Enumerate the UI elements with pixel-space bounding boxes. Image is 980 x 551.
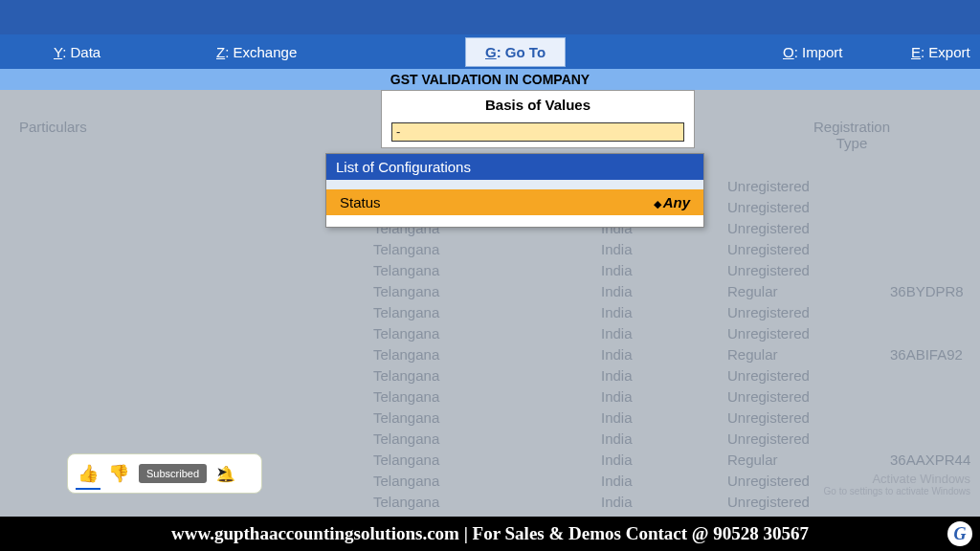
- table-row: TelanganaIndiaUnregistered: [0, 302, 980, 323]
- table-row: TelanganaIndiaUnregistered: [0, 386, 980, 408]
- config-value: ◆Any: [654, 194, 690, 210]
- menu-goto[interactable]: G: Go To: [465, 44, 566, 60]
- background-report: Particulars Registration Type TelanganaI…: [0, 90, 980, 496]
- activate-windows-watermark: Activate Windows Go to settings to activ…: [824, 472, 970, 496]
- config-row-status[interactable]: Status ◆Any: [326, 189, 703, 215]
- cursor-icon: ➤: [216, 464, 228, 479]
- menu-bar: Y: Data Z: Exchange G: Go To O: Import E…: [0, 34, 980, 69]
- bell-icon[interactable]: 🔔➤: [216, 465, 235, 483]
- popup-title: Basis of Values: [382, 91, 694, 122]
- table-row: TelanganaIndiaUnregistered: [0, 239, 980, 260]
- table-row: TelanganaIndiaUnregistered: [0, 408, 980, 429]
- menu-export[interactable]: E: Export: [911, 44, 970, 60]
- subscribed-button[interactable]: Subscribed: [139, 464, 207, 483]
- footer-logo-icon: G: [947, 521, 972, 546]
- menu-exchange[interactable]: Z: Exchange: [216, 44, 297, 60]
- basis-of-values-popup: Basis of Values -: [381, 90, 695, 148]
- menu-data[interactable]: Y: Data: [54, 44, 100, 60]
- app-top-strip: [0, 0, 980, 34]
- table-row: TelanganaIndiaRegular36ABIFA92: [0, 344, 980, 365]
- col-particulars: Particulars: [19, 119, 87, 135]
- youtube-engagement-overlay: 👍 👍 Subscribed 🔔➤: [67, 453, 262, 494]
- menu-import[interactable]: O: Import: [783, 44, 843, 60]
- screen-title: GST VALIDATION IN COMPANY: [0, 69, 980, 90]
- list-header: List of Configurations: [326, 154, 703, 180]
- basis-input[interactable]: -: [391, 122, 684, 142]
- config-label: Status: [340, 194, 381, 210]
- table-row: TelanganaIndiaUnregistered: [0, 429, 980, 450]
- col-registration-type: Registration Type: [794, 119, 909, 151]
- table-row: TelanganaIndiaUnregistered: [0, 365, 980, 386]
- footer-banner: www.gupthaaccountingsolutions.com | For …: [0, 517, 980, 551]
- table-row: TelanganaIndiaUnregistered: [0, 323, 980, 344]
- thumb-down-icon[interactable]: 👍: [108, 463, 129, 484]
- list-of-configurations-popup: List of Configurations Status ◆Any: [325, 153, 704, 228]
- table-row: TelanganaIndiaUnregistered: [0, 260, 980, 281]
- thumb-up-icon[interactable]: 👍: [78, 463, 99, 484]
- table-row: TelanganaIndiaRegular36BYDPR8: [0, 281, 980, 302]
- footer-text: www.gupthaaccountingsolutions.com | For …: [171, 523, 809, 544]
